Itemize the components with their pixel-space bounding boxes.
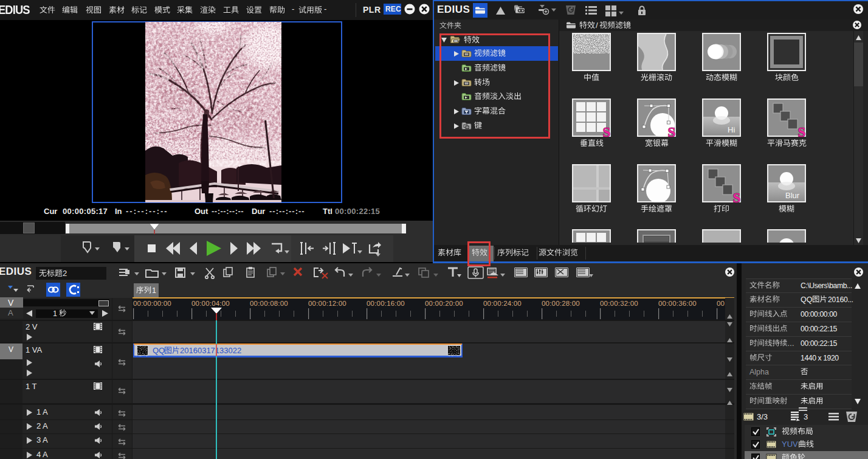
svg-text:.: . <box>792 339 794 348</box>
svg-text:S: S <box>603 125 611 140</box>
svg-text:S: S <box>798 125 806 140</box>
svg-text:S: S <box>668 125 676 140</box>
svg-text:S: S <box>733 190 741 205</box>
